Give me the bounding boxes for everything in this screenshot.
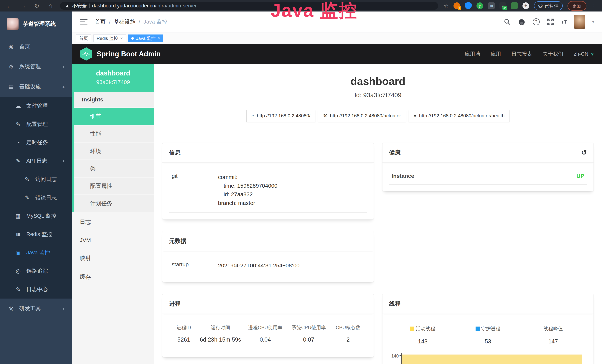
cloud-upload-icon [15,103,22,109]
insights-section: Insights 细节 性能 环境 类 配置属性 计划任务 [72,92,154,212]
sidebar-item-dev-tools[interactable]: 研发工具 ▾ [0,299,72,319]
sba-nav-about[interactable]: 关于我们 [542,50,563,57]
user-menu-caret-icon[interactable]: ▾ [592,20,594,24]
sba-language-select[interactable]: zh-CN ∨ [574,51,594,57]
extension-icon-1[interactable]: 1 [453,2,460,9]
security-label[interactable]: 不安全 [72,3,87,9]
history-icon[interactable]: ↺ [581,149,587,157]
health-url-button[interactable]: ♥ http://192.168.0.2:48080/actuator/heal… [409,110,510,122]
sidebar-item-infrastructure[interactable]: 基础设施 ▴ [0,76,72,96]
breadcrumb-home[interactable]: 首页 [95,18,106,26]
extension-pin-icon[interactable] [465,2,472,9]
monitor-icon [8,84,14,90]
breadcrumb-infrastructure[interactable]: 基础设施 [114,18,135,26]
sba-item-jvm[interactable]: JVM [72,231,154,249]
sidebar-item-file-mgmt[interactable]: 文件管理 [0,96,72,115]
address-bar[interactable]: ▲ 不安全 dashboard.yudao.iocoder.cn/infra/a… [60,2,438,10]
browser-home-icon[interactable]: ⌂ [46,2,54,10]
update-button[interactable]: 更新 [568,1,586,11]
sba-nav-applications[interactable]: 应用 [491,50,501,57]
legend-daemon-swatch [475,327,480,331]
extension-grid-icon[interactable]: ▦ [488,2,495,9]
sidebar-item-redis-monitor[interactable]: Redis 监控 [0,225,72,244]
extension-icon-3[interactable]: ≡on [499,2,506,9]
extension-icon-4[interactable] [511,2,518,9]
close-icon[interactable]: × [158,36,160,41]
sba-item-classes[interactable]: 类 [74,161,154,177]
sba-item-environment[interactable]: 环境 [74,143,154,160]
sba-item-details[interactable]: 细节 [74,108,154,125]
instance-health-row[interactable]: Instance UP [389,168,587,184]
sba-brand-title[interactable]: Spring Boot Admin [97,50,161,58]
process-card-title: 进程 [162,294,374,314]
sidebar-item-error-logs[interactable]: 错误日志 [0,188,72,207]
service-url-button[interactable]: ⌂ http://192.168.0.2:48080/ [247,110,316,122]
infrastructure-submenu: 文件管理 配置管理 定时任务 API 日志 ▴ 访问日志 错误日志 [0,96,72,299]
dashboard-icon [8,43,14,50]
info-card-title: 信息 [162,143,374,163]
sidebar-item-access-logs[interactable]: 访问日志 [0,170,72,188]
heartbeat-icon: ♥ [414,113,416,119]
sidebar-item-config-mgmt[interactable]: 配置管理 [0,115,72,133]
tag-java-monitor[interactable]: Java 监控 × [128,34,163,42]
sidebar-item-system-mgmt[interactable]: 系统管理 ▾ [0,57,72,76]
app-logo-image [7,18,19,30]
sba-nav-wallboard[interactable]: 应用墙 [465,50,480,57]
spring-boot-admin-logo[interactable] [80,47,92,61]
sba-item-metrics[interactable]: 性能 [74,126,154,142]
startup-key: startup [172,261,218,270]
process-cpu: 0.04 [243,336,287,343]
process-pid: 5261 [170,336,197,343]
browser-forward-icon[interactable]: → [19,2,27,10]
system-cpu: 0.07 [287,336,330,343]
font-size-icon[interactable]: ᴛT [561,19,567,25]
sba-item-logs[interactable]: 日志 [72,213,154,231]
tag-home[interactable]: 首页 [76,34,91,42]
instance-header[interactable]: dashboard 93a3fc7f7409 [72,64,154,92]
browser-menu-icon[interactable]: ⋮ [591,3,597,9]
edit-square-icon [15,286,22,293]
wrench-icon: ⚒ [323,113,327,119]
help-icon[interactable]: ? [533,18,540,25]
close-icon[interactable]: × [120,36,123,41]
extensions-puzzle-icon[interactable]: ✚ [522,2,529,9]
sidebar-item-java-monitor[interactable]: Java 监控 [0,244,72,262]
sidebar-item-log-center[interactable]: 日志中心 [0,280,72,299]
extension-icon-2[interactable]: y [476,2,483,9]
browser-reload-icon[interactable]: ↻ [33,2,41,10]
extension-badge-count: 1 [458,6,461,10]
metadata-card-title: 元数据 [162,231,374,251]
app-logo[interactable]: 芋道管理系统 [0,11,72,37]
security-warning-icon[interactable]: ▲ [65,3,70,9]
sidebar-item-scheduled-jobs[interactable]: 定时任务 [0,133,72,152]
chevron-down-icon: ∨ [591,51,594,57]
tag-redis-monitor[interactable]: Redis 监控 × [93,34,126,42]
actuator-url-button[interactable]: ⚒ http://192.168.0.2:48080/actuator [318,110,406,122]
health-card-title: 健康 [389,149,401,157]
sidebar-item-mysql-monitor[interactable]: MySQL 监控 [0,207,72,225]
search-icon[interactable] [504,18,511,25]
user-avatar[interactable] [574,15,585,29]
bookmark-star-icon[interactable]: ☆ [444,3,449,9]
sba-item-caches[interactable]: 缓存 [72,268,154,286]
sba-nav-journal[interactable]: 日志报表 [511,50,532,57]
sidebar-item-api-logs[interactable]: API 日志 ▴ [0,152,72,170]
home-icon: ⌂ [251,113,254,119]
paused-badge[interactable]: 😄 已暂停 [534,1,563,11]
active-threads-area [402,354,582,364]
github-icon[interactable] [518,18,526,26]
paused-emoji-icon: 😄 [538,3,543,9]
browser-back-icon[interactable]: ← [5,2,13,10]
peak-threads-value: 147 [521,338,586,345]
sba-item-scheduled-tasks[interactable]: 计划任务 [74,195,154,212]
sba-item-mappings[interactable]: 映射 [72,249,154,268]
sba-item-config-props[interactable]: 配置属性 [74,178,154,194]
yudao-sidebar: 芋道管理系统 首页 系统管理 ▾ 基础设施 ▴ 文件管理 配置管理 [0,11,72,364]
sidebar-collapse-icon[interactable] [80,19,87,24]
timer-icon [15,139,22,146]
sidebar-item-tracing[interactable]: 链路追踪 [0,262,72,280]
sidebar-item-home[interactable]: 首页 [0,37,72,57]
fullscreen-icon[interactable] [547,18,554,26]
startup-value: 2021-04-27T00:44:31.254+08:00 [218,261,364,270]
gear-icon [8,64,14,70]
